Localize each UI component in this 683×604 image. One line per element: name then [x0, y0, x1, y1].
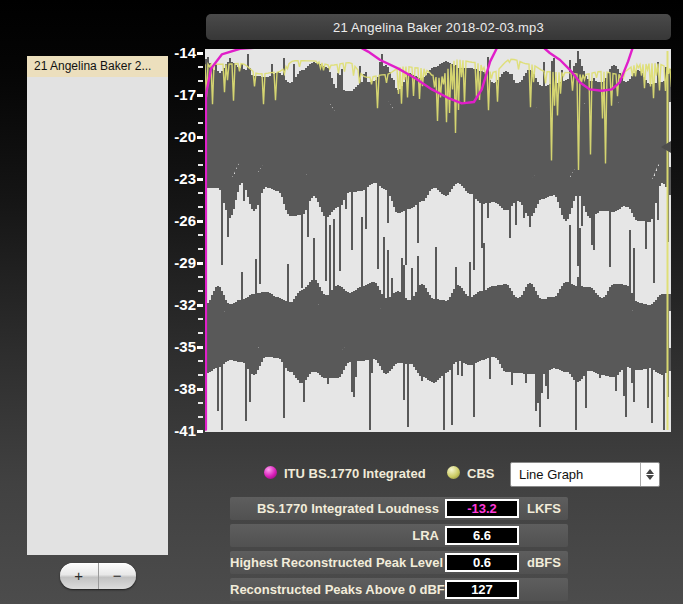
y-axis-major-tick	[197, 94, 203, 97]
y-axis: -14-17-20-23-26-29-32-35-38-41	[0, 0, 204, 450]
y-axis-minor-tick	[198, 248, 203, 250]
chart-legend: ITU BS.1770 Integrated CBS Line Graph	[0, 458, 683, 488]
row-value: 127	[445, 580, 519, 599]
row-unit: LKFS	[527, 501, 561, 516]
y-axis-minor-tick	[198, 234, 203, 236]
row-value: 0.6	[445, 553, 519, 572]
y-axis-minor-tick	[198, 80, 203, 82]
y-axis-minor-tick	[198, 150, 203, 152]
row-label: BS.1770 Integrated Loudness	[230, 501, 439, 516]
remove-file-button[interactable]: −	[99, 563, 137, 589]
y-axis-tick-label: -20	[136, 128, 196, 145]
cbs-legend-label: CBS	[467, 466, 494, 481]
y-axis-minor-tick	[198, 276, 203, 278]
y-axis-minor-tick	[198, 318, 203, 320]
y-axis-minor-tick	[198, 332, 203, 334]
y-axis-minor-tick	[198, 360, 203, 362]
y-axis-major-tick	[197, 304, 203, 307]
y-axis-minor-tick	[198, 108, 203, 110]
row-label: Highest Reconstructed Peak Level	[230, 555, 439, 570]
row-unit: dBFS	[527, 555, 561, 570]
chevron-down-icon	[646, 475, 654, 480]
y-axis-major-tick	[197, 262, 203, 265]
row-label: LRA	[230, 528, 439, 543]
y-axis-minor-tick	[198, 66, 203, 68]
row-label: Reconstructed Peaks Above 0 dBFS	[230, 582, 439, 597]
list-add-remove-control: + −	[60, 563, 136, 589]
row-value: -13.2	[445, 499, 519, 518]
y-axis-minor-tick	[198, 374, 203, 376]
y-axis-major-tick	[197, 430, 203, 433]
graph-type-value: Line Graph	[511, 467, 640, 482]
y-axis-tick-label: -32	[136, 296, 196, 313]
y-axis-minor-tick	[198, 402, 203, 404]
y-axis-major-tick	[197, 178, 203, 181]
y-axis-tick-label: -17	[136, 86, 196, 103]
y-axis-tick-label: -26	[136, 212, 196, 229]
y-axis-minor-tick	[198, 206, 203, 208]
y-axis-tick-label: -23	[136, 170, 196, 187]
graph-type-select[interactable]: Line Graph	[510, 462, 660, 487]
waveform-plot	[205, 49, 671, 432]
table-row: LRA 6.6	[230, 524, 568, 547]
y-axis-minor-tick	[198, 192, 203, 194]
y-axis-major-tick	[197, 346, 203, 349]
y-axis-major-tick	[197, 52, 203, 55]
file-title-bar: 21 Angelina Baker 2018-02-03.mp3	[206, 14, 671, 40]
table-row: Highest Reconstructed Peak Level 0.6 dBF…	[230, 551, 568, 574]
y-axis-minor-tick	[198, 416, 203, 418]
select-stepper-icon[interactable]	[640, 463, 659, 486]
loudness-waveform-chart[interactable]	[205, 49, 671, 432]
y-axis-tick-label: -35	[136, 338, 196, 355]
table-row: BS.1770 Integrated Loudness -13.2 LKFS	[230, 497, 568, 520]
y-axis-major-tick	[197, 388, 203, 391]
add-file-button[interactable]: +	[60, 563, 99, 589]
y-axis-minor-tick	[198, 122, 203, 124]
chevron-up-icon	[646, 469, 654, 474]
y-axis-tick-label: -38	[136, 380, 196, 397]
y-axis-tick-label: -29	[136, 254, 196, 271]
file-title: 21 Angelina Baker 2018-02-03.mp3	[333, 20, 544, 35]
y-axis-tick-label: -41	[136, 422, 196, 439]
y-axis-minor-tick	[198, 290, 203, 292]
table-row: Reconstructed Peaks Above 0 dBFS 127	[230, 578, 568, 601]
itu-legend-label: ITU BS.1770 Integrated	[284, 466, 426, 481]
y-axis-tick-label: -14	[136, 44, 196, 61]
y-axis-major-tick	[197, 136, 203, 139]
cbs-legend-ball-icon	[447, 466, 460, 479]
itu-legend-ball-icon	[264, 466, 277, 479]
y-axis-major-tick	[197, 220, 203, 223]
y-axis-minor-tick	[198, 164, 203, 166]
row-value: 6.6	[445, 526, 519, 545]
